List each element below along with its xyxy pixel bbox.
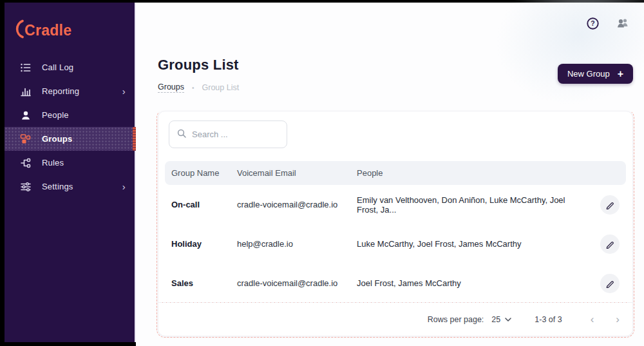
sidebar-item-label: People	[42, 110, 69, 120]
people-list: Emily van Velthooven, Don Aniñon, Luke M…	[357, 195, 585, 215]
group-name: On-call	[171, 200, 228, 209]
brand-name: Cradle	[24, 22, 71, 39]
app-window: Cradle Call Log	[5, 3, 644, 346]
next-page-button[interactable]: ›	[614, 314, 621, 325]
column-header-group-name: Group Name	[171, 168, 228, 178]
voicemail-email: cradle-voicemail@cradle.io	[237, 200, 348, 209]
group-name: Holiday	[171, 239, 228, 249]
column-header-people: People	[357, 168, 585, 178]
users-icon[interactable]	[616, 16, 630, 30]
pencil-icon	[605, 200, 614, 209]
sidebar-item-rules[interactable]: Rules	[5, 151, 135, 175]
sidebar-item-people[interactable]: People	[5, 103, 135, 127]
cradle-arc-icon	[14, 19, 24, 42]
sidebar-item-label: Groups	[42, 134, 72, 144]
edit-group-button[interactable]	[600, 195, 620, 215]
sidebar-item-call-log[interactable]: Call Log	[5, 55, 135, 79]
table-row: Holiday help@cradle.io Luke McCarthy, Jo…	[165, 224, 626, 264]
page-title: Groups List	[158, 57, 239, 73]
svg-text:?: ?	[591, 19, 594, 27]
table-row: On-call cradle-voicemail@cradle.io Emily…	[165, 185, 626, 224]
people-list: Joel Frost, James McCarthy	[357, 278, 585, 288]
sidebar-item-label: Rules	[42, 158, 64, 168]
previous-page-button[interactable]: ‹	[589, 314, 596, 325]
sidebar-item-settings[interactable]: Settings ›	[5, 175, 135, 198]
table-row: Sales cradle-voicemail@cradle.io Joel Fr…	[165, 264, 626, 303]
breadcrumb-separator: •	[192, 84, 194, 91]
pencil-icon	[605, 240, 614, 249]
pagination-range: 1-3 of 3	[535, 315, 562, 324]
main-content: ? Groups List Groups • Group List Ne	[136, 3, 644, 346]
page-head: Groups List Groups • Group List	[158, 57, 239, 93]
chevron-right-icon: ›	[122, 86, 126, 96]
call-log-icon	[19, 61, 32, 73]
new-group-button[interactable]: New Group +	[558, 64, 633, 84]
sidebar-item-reporting[interactable]: Reporting ›	[5, 79, 135, 103]
sidebar-column: Cradle Call Log	[5, 3, 136, 346]
rules-icon	[19, 157, 32, 169]
reporting-icon	[19, 85, 32, 97]
pagination-bar: Rows per page: 25 1-3 of 3 ‹ ›	[158, 302, 632, 336]
voicemail-email: cradle-voicemail@cradle.io	[237, 278, 348, 288]
search-input[interactable]	[192, 130, 279, 139]
breadcrumb: Groups • Group List	[158, 82, 239, 93]
sidebar-item-groups[interactable]: Groups	[5, 127, 135, 151]
rows-per-page-value: 25	[491, 315, 500, 324]
rows-per-page-select[interactable]: 25	[491, 315, 511, 324]
voicemail-email: help@cradle.io	[237, 239, 348, 249]
settings-icon	[19, 180, 32, 193]
column-header-voicemail-email: Voicemail Email	[237, 168, 348, 178]
groups-card: Group Name Voicemail Email People On-cal…	[158, 111, 633, 336]
help-icon[interactable]: ?	[585, 16, 600, 30]
people-icon	[19, 109, 32, 121]
pager: ‹ ›	[589, 314, 621, 325]
search-icon	[177, 129, 186, 140]
chevron-right-icon: ›	[122, 182, 126, 191]
sidebar-item-label: Reporting	[42, 86, 79, 96]
sidebar-nav: Call Log Reporting ›	[5, 55, 135, 198]
plus-icon: +	[618, 68, 623, 80]
search-box[interactable]	[169, 120, 287, 148]
table-header: Group Name Voicemail Email People	[165, 161, 626, 185]
rows-per-page-label: Rows per page:	[428, 315, 484, 324]
sidebar: Cradle Call Log	[5, 3, 136, 342]
pencil-icon	[605, 279, 614, 288]
breadcrumb-groups[interactable]: Groups	[158, 82, 184, 93]
sidebar-item-label: Settings	[42, 182, 73, 191]
new-group-label: New Group	[567, 69, 610, 79]
group-name: Sales	[171, 278, 228, 288]
groups-icon	[19, 133, 32, 145]
sidebar-item-label: Call Log	[42, 62, 73, 72]
topbar: ?	[585, 16, 630, 30]
edit-group-button[interactable]	[600, 235, 620, 254]
people-list: Luke McCarthy, Joel Frost, James McCarth…	[357, 239, 585, 249]
breadcrumb-group-list: Group List	[202, 83, 240, 92]
edit-group-button[interactable]	[600, 274, 620, 293]
brand-logo[interactable]: Cradle	[5, 3, 135, 45]
chevron-down-icon	[505, 318, 511, 322]
